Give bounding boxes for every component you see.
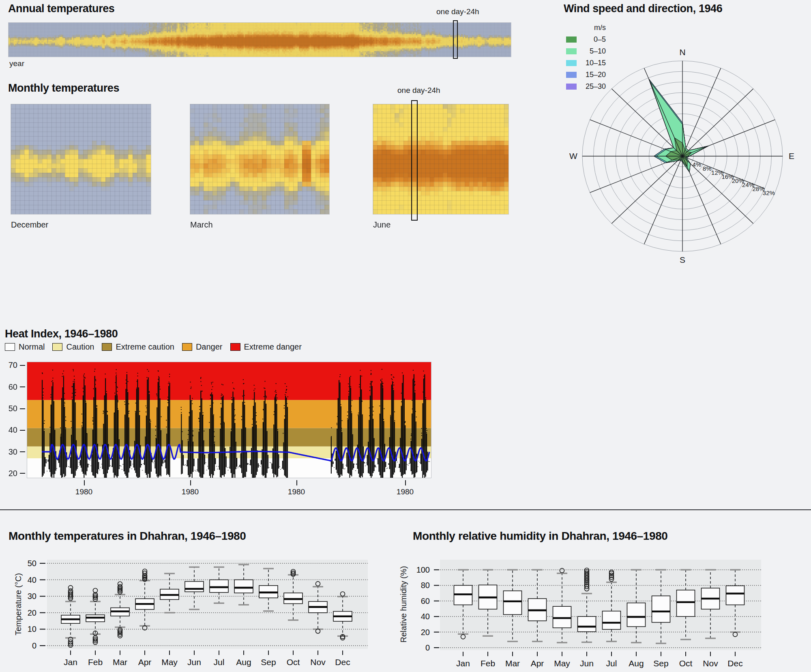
y-tick-label: 80 <box>421 581 430 590</box>
annual-one-day-marker <box>453 20 458 59</box>
box-Aug <box>627 603 646 627</box>
box-Sep <box>652 596 670 622</box>
month-label-Sep: Sep <box>653 659 668 668</box>
month-label-Mar: Mar <box>505 659 520 668</box>
heat-legend-label: Caution <box>66 342 94 352</box>
box-Jun <box>185 582 204 592</box>
month-label-Nov: Nov <box>703 659 718 668</box>
december-heatmap <box>11 104 151 214</box>
heat-y-tick-40: 40 <box>0 425 25 435</box>
wind-legend-swatch <box>566 60 577 66</box>
heat-y-tick-60: 60 <box>0 382 25 392</box>
month-label-Dec: Dec <box>727 659 742 668</box>
month-label-May: May <box>554 659 570 668</box>
heat-legend-swatch <box>230 343 240 351</box>
y-tick-label: 20 <box>421 628 430 637</box>
box-Jun <box>578 616 596 631</box>
heat-x-tick-label: 1980 <box>288 487 305 496</box>
temp-boxplot-title: Monthly temperatures in Dhahran, 1946–19… <box>9 530 246 543</box>
month-label-Aug: Aug <box>236 657 251 667</box>
y-tick-label: 60 <box>421 597 430 605</box>
heat-legend-swatch <box>102 343 112 351</box>
heat-x-tick-label: 1980 <box>75 487 92 496</box>
heat-legend-item: Extreme caution <box>102 342 174 352</box>
wind-rose-ring-label: 4% <box>693 161 702 168</box>
month-label-Mar: Mar <box>113 657 127 667</box>
june-label: June <box>373 220 390 230</box>
heat-index-chart <box>27 362 431 478</box>
compass-label-n: N <box>679 47 685 57</box>
y-tick-label: 100 <box>416 565 430 574</box>
month-label-Jul: Jul <box>214 657 225 667</box>
month-label-Jun: Jun <box>187 657 201 667</box>
month-label-Feb: Feb <box>88 657 103 667</box>
month-label-Oct: Oct <box>287 657 300 667</box>
heat-index-legend: NormalCautionExtreme cautionDangerExtrem… <box>5 342 302 352</box>
wind-rose-spoke <box>590 156 682 193</box>
temp-boxplot-chart: 01020304050JanFebMarAprMayJunJulAugSepOc… <box>0 550 389 672</box>
december-label: December <box>11 220 48 230</box>
wind-legend-swatch <box>566 36 577 43</box>
wind-legend-label: 10–15 <box>581 59 606 67</box>
wind-rose-spoke <box>644 68 682 156</box>
june-one-day-marker <box>411 100 418 221</box>
heat-legend-item: Danger <box>182 342 223 352</box>
month-label-Oct: Oct <box>679 659 693 668</box>
wind-rose-spoke <box>682 120 775 156</box>
heat-y-tick-70: 70 <box>0 361 25 370</box>
annual-temperature-heatmap <box>9 23 511 57</box>
wind-legend-label: 5–10 <box>581 47 606 56</box>
june-one-day-label: one day-24h <box>397 86 440 95</box>
wind-legend-label: 0–5 <box>581 35 606 44</box>
wind-legend-label: 15–20 <box>581 71 606 79</box>
compass-label-e: E <box>789 151 794 161</box>
month-label-Apr: Apr <box>531 659 544 668</box>
heat-x-tick-label: 1980 <box>397 487 414 496</box>
heat-y-tick-20: 20 <box>0 468 25 478</box>
month-label-Jul: Jul <box>606 659 617 668</box>
heat-y-tick-30: 30 <box>0 447 25 457</box>
heat-index-title: Heat Index, 1946–1980 <box>5 328 118 340</box>
month-label-Nov: Nov <box>310 657 326 667</box>
annual-x-axis-label: year <box>9 59 24 68</box>
heat-legend-item: Normal <box>5 342 45 352</box>
heat-x-tick-label: 1980 <box>182 487 199 496</box>
y-tick-label: 50 <box>28 559 36 568</box>
box-Oct <box>677 590 695 616</box>
box-Jul <box>603 611 621 629</box>
march-heatmap <box>190 104 329 214</box>
y-tick-label: 0 <box>425 643 430 652</box>
monthly-temperatures-title: Monthly temperatures <box>8 82 119 94</box>
section-divider <box>0 509 811 510</box>
wind-rose-title: Wind speed and direction, 1946 <box>564 2 722 15</box>
month-label-Aug: Aug <box>629 659 644 668</box>
annual-temperatures-title: Annual temperatures <box>8 2 114 15</box>
month-label-Apr: Apr <box>138 657 152 667</box>
month-label-Feb: Feb <box>481 659 495 668</box>
box-May <box>553 606 571 628</box>
y-tick-label: 0 <box>32 641 36 650</box>
heat-legend-label: Extreme danger <box>244 342 302 352</box>
june-heatmap <box>373 104 508 214</box>
compass-label-s: S <box>680 255 685 264</box>
box-Jul <box>210 580 228 593</box>
compass-label-w: W <box>569 151 577 161</box>
wind-rose-ring-label: 32% <box>763 189 775 196</box>
heat-legend-label: Normal <box>19 342 45 352</box>
march-label: March <box>190 220 213 230</box>
wind-rose-ring-label: 8% <box>703 165 712 172</box>
heat-x-tick <box>190 480 191 485</box>
heat-legend-item: Extreme danger <box>230 342 302 352</box>
heat-x-tick <box>296 480 297 485</box>
y-tick-label: 40 <box>28 575 36 584</box>
wind-legend-swatch <box>566 72 577 78</box>
y-tick-label: 20 <box>28 608 36 617</box>
heat-x-tick <box>84 480 85 485</box>
month-label-Jan: Jan <box>456 659 470 668</box>
box-Aug <box>234 580 253 593</box>
y-axis-title: Temperature (°C) <box>14 573 23 636</box>
y-tick-label: 30 <box>28 592 36 601</box>
month-label-Sep: Sep <box>261 657 276 667</box>
y-tick-label: 40 <box>421 612 430 621</box>
wind-legend-swatch <box>566 84 577 90</box>
